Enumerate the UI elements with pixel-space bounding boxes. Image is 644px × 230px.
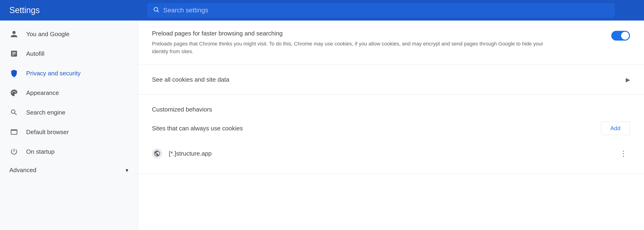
search-icon — [153, 6, 160, 14]
header-search-area — [138, 3, 644, 18]
sidebar-item-search-engine[interactable]: Search engine — [0, 103, 138, 122]
customized-behaviors-label: Customized behaviors — [152, 106, 212, 113]
header-title-area: Settings — [0, 5, 138, 15]
preload-section: Preload pages for faster browsing and se… — [138, 20, 644, 65]
search-input[interactable] — [163, 6, 609, 14]
domain-name: [*.]structure.app — [169, 150, 610, 157]
sidebar-item-appearance[interactable]: Appearance — [0, 83, 138, 103]
preload-row: Preload pages for faster browsing and se… — [152, 30, 630, 55]
customized-behaviors-header: Customized behaviors — [138, 95, 644, 121]
sidebar-item-default-browser[interactable]: Default browser — [0, 122, 138, 142]
sidebar-item-label: You and Google — [26, 30, 70, 38]
toggle-track — [611, 31, 630, 41]
sidebar-item-autofill[interactable]: Autofill — [0, 44, 138, 63]
chevron-right-icon: ▶ — [626, 77, 630, 83]
domain-row: [*.]structure.app ⋮ — [152, 142, 630, 164]
sidebar: You and Google Autofill Privacy and secu… — [0, 20, 138, 230]
sites-cookies-label: Sites that can always use cookies — [152, 125, 601, 132]
cookies-label: See all cookies and site data — [152, 76, 626, 83]
search-box[interactable] — [147, 3, 615, 18]
sidebar-item-label: Default browser — [26, 128, 69, 136]
preload-toggle[interactable] — [611, 31, 630, 41]
shield-icon — [9, 69, 19, 78]
preload-text: Preload pages for faster browsing and se… — [152, 30, 602, 55]
sites-cookies-section: Sites that can always use cookies Add [*… — [138, 121, 644, 174]
sidebar-item-on-startup[interactable]: On startup — [0, 142, 138, 161]
sidebar-item-label: Autofill — [26, 50, 44, 57]
advanced-section[interactable]: Advanced ▾ — [0, 161, 138, 179]
preload-toggle-wrap[interactable] — [611, 30, 630, 41]
sidebar-item-label: Search engine — [26, 109, 66, 116]
sidebar-item-label: Appearance — [26, 89, 59, 97]
see-all-cookies-row[interactable]: See all cookies and site data ▶ — [138, 65, 644, 95]
preload-title: Preload pages for faster browsing and se… — [152, 30, 602, 37]
sidebar-item-label: On startup — [26, 148, 54, 155]
sidebar-item-label: Privacy and security — [26, 70, 81, 77]
chevron-down-icon: ▾ — [126, 167, 128, 174]
advanced-label: Advanced — [9, 167, 36, 174]
toggle-thumb — [621, 32, 629, 40]
more-options-icon[interactable]: ⋮ — [617, 147, 630, 160]
app-header: Settings — [0, 0, 644, 20]
sidebar-item-you-and-google[interactable]: You and Google — [0, 24, 138, 44]
autofill-icon — [9, 49, 19, 58]
page-title: Settings — [9, 5, 40, 15]
person-icon — [9, 29, 19, 39]
main-layout: You and Google Autofill Privacy and secu… — [0, 20, 644, 230]
sites-cookies-header: Sites that can always use cookies Add — [152, 121, 630, 135]
search-engine-icon — [9, 108, 19, 117]
add-button[interactable]: Add — [601, 121, 630, 135]
palette-icon — [9, 88, 19, 98]
svg-line-1 — [157, 11, 158, 12]
globe-icon — [152, 148, 162, 159]
browser-icon — [9, 127, 19, 137]
content-area: Preload pages for faster browsing and se… — [138, 20, 644, 230]
sidebar-item-privacy-and-security[interactable]: Privacy and security — [0, 63, 138, 83]
preload-description: Preloads pages that Chrome thinks you mi… — [152, 40, 549, 55]
power-icon — [9, 147, 19, 156]
